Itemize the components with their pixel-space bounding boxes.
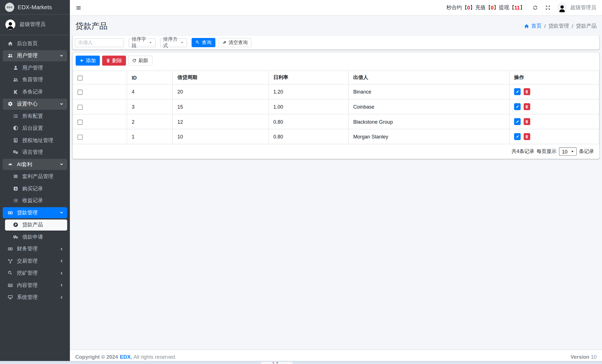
page-title: 贷款产品 bbox=[75, 21, 107, 31]
sidebar-item-loan-management[interactable]: 贷款管理 bbox=[3, 207, 67, 218]
sidebar-item-loan-products[interactable]: 贷款产品 bbox=[5, 219, 67, 230]
sidebar-item-auth-address-management[interactable]: 授权地址管理 bbox=[5, 135, 67, 146]
table-row: 2 12 0.80 Blackstone Group bbox=[73, 114, 599, 129]
row-checkbox[interactable] bbox=[78, 105, 83, 110]
stat-value: 11 bbox=[514, 5, 520, 11]
sidebar-item-fry-management[interactable]: 鱼苗管理 bbox=[5, 74, 67, 85]
sidebar-item-language-management[interactable]: A文 语言管理 bbox=[5, 147, 67, 158]
sidebar-item-kill-fish-records[interactable]: 杀鱼记录 bbox=[5, 86, 67, 97]
refresh-icon[interactable] bbox=[532, 5, 538, 10]
edit-row-button[interactable] bbox=[514, 103, 520, 110]
sidebar-item-label: 挖矿管理 bbox=[17, 270, 59, 277]
home-icon bbox=[524, 24, 529, 29]
sidebar-item-user-management[interactable]: 用户管理 bbox=[3, 50, 67, 61]
sidebar-item-settings-center[interactable]: 设置中心 bbox=[3, 99, 67, 110]
cell-period: 15 bbox=[173, 99, 269, 114]
sidebar-item-all-configs[interactable]: 所有配置 bbox=[5, 111, 67, 122]
navbar-user-name[interactable]: 超级管理员 bbox=[570, 4, 596, 11]
user-avatar-icon[interactable] bbox=[5, 20, 15, 30]
sidebar-item-ai-arbitrage[interactable]: AI套利 bbox=[3, 159, 67, 170]
sidebar-item-content-management[interactable]: 内容管理 bbox=[3, 280, 67, 291]
android-icon bbox=[6, 162, 14, 167]
sidebar-item-system-management[interactable]: 系统管理 bbox=[3, 292, 67, 303]
column-header-id: ID bbox=[127, 71, 173, 84]
delete-row-button[interactable] bbox=[524, 118, 530, 125]
cell-lender: Coinbase bbox=[348, 99, 509, 114]
lender-search-input[interactable] bbox=[75, 38, 124, 47]
edit-row-button[interactable] bbox=[514, 118, 520, 125]
table-row: 1 10 0.80 Morgan Stanley bbox=[73, 129, 599, 144]
sidebar-item-backend-settings[interactable]: 后台设置 bbox=[5, 123, 67, 134]
sidebar-item-backend-home[interactable]: 后台首页 bbox=[3, 38, 67, 49]
add-button[interactable]: 添加 bbox=[76, 56, 100, 66]
sidebar-item-arbitrage-products[interactable]: 套利产品管理 bbox=[5, 171, 67, 182]
sidebar-item-mining-management[interactable]: 挖矿管理 bbox=[3, 268, 67, 279]
clear-search-button[interactable]: 清空查询 bbox=[218, 38, 251, 47]
content-header: 贷款产品 首页 / 贷款管理 / 贷款产品 bbox=[70, 16, 602, 35]
address-book-icon bbox=[11, 138, 20, 143]
brand[interactable]: EDX EDX-Markets bbox=[0, 0, 70, 15]
desktop-icon bbox=[6, 295, 14, 300]
trash-icon bbox=[525, 90, 529, 94]
navbar-avatar-icon[interactable] bbox=[557, 3, 567, 13]
sidebar-item-label: 后台首页 bbox=[17, 40, 64, 47]
sort-field-select[interactable]: 排序字段 bbox=[129, 38, 155, 47]
chevron-left-icon bbox=[59, 247, 63, 251]
sidebar-item-label: 所有配置 bbox=[22, 112, 64, 119]
edit-row-button[interactable] bbox=[514, 88, 520, 95]
sidebar-item-trade-management[interactable]: 交易管理 bbox=[3, 255, 67, 267]
sidebar-item-profit-records[interactable]: 收益记录 bbox=[5, 195, 67, 206]
horizontal-scrollbar[interactable] bbox=[0, 361, 602, 364]
home-icon bbox=[6, 41, 14, 46]
column-header-actions: 操作 bbox=[509, 71, 599, 84]
menu-toggle-icon[interactable] bbox=[76, 5, 82, 11]
row-checkbox[interactable] bbox=[78, 90, 83, 95]
pencil-icon bbox=[515, 105, 519, 109]
row-checkbox[interactable] bbox=[78, 135, 83, 140]
sidebar-item-loan-applications[interactable]: 借款申请 bbox=[5, 231, 67, 243]
trash-icon bbox=[525, 120, 529, 124]
per-page-select[interactable]: 10 bbox=[559, 147, 577, 156]
sidebar-item-user-management-sub[interactable]: 用户管理 bbox=[5, 62, 67, 73]
pencil-icon bbox=[515, 135, 519, 138]
column-header-daily-rate: 日利率 bbox=[268, 71, 348, 84]
caret-down-icon bbox=[149, 41, 153, 45]
sidebar: EDX EDX-Markets 超级管理员 后台首页 用户管理 用户管理 bbox=[0, 0, 70, 364]
delete-row-button[interactable] bbox=[524, 103, 530, 110]
copyright-text: Copyright © 2024 bbox=[75, 354, 118, 360]
edit-row-button[interactable] bbox=[514, 133, 520, 140]
cell-id: 2 bbox=[127, 114, 173, 129]
clear-button-label: 清空查询 bbox=[229, 39, 248, 46]
breadcrumb-home-link[interactable]: 首页 bbox=[531, 23, 541, 30]
loan-products-table: ID 借贷周期 日利率 出借人 操作 4 20 1.20 bbox=[73, 71, 599, 144]
fullscreen-icon[interactable] bbox=[545, 5, 550, 10]
refresh-button[interactable]: 刷新 bbox=[128, 56, 152, 66]
row-checkbox[interactable] bbox=[78, 119, 83, 124]
search-button[interactable]: 查询 bbox=[192, 38, 215, 47]
sort-order-select[interactable]: 排序方式 bbox=[160, 38, 187, 47]
total-records-text: 共4条记录 bbox=[511, 148, 534, 155]
sidebar-item-finance-management[interactable]: 财务管理 bbox=[3, 243, 67, 255]
app-root: EDX EDX-Markets 超级管理员 后台首页 用户管理 用户管理 bbox=[0, 0, 602, 364]
newspaper-icon bbox=[6, 283, 14, 288]
cell-daily-rate: 0.80 bbox=[268, 129, 348, 144]
sidebar-user-name[interactable]: 超级管理员 bbox=[20, 21, 46, 28]
column-header-lender: 出借人 bbox=[348, 71, 509, 84]
delete-row-button[interactable] bbox=[524, 133, 530, 140]
search-icon bbox=[196, 40, 200, 45]
a-square-icon: A bbox=[11, 186, 20, 191]
select-all-checkbox[interactable] bbox=[78, 75, 83, 80]
sidebar-item-label: 收益记录 bbox=[22, 197, 64, 204]
stat-label: 提现 bbox=[499, 4, 509, 11]
sidebar-item-purchase-records[interactable]: A 购买记录 bbox=[5, 183, 67, 194]
delete-row-button[interactable] bbox=[524, 88, 530, 95]
trash-icon bbox=[525, 135, 529, 138]
adjust-icon bbox=[11, 126, 20, 131]
ambulance-icon bbox=[11, 234, 20, 240]
footer-brand-link[interactable]: EDX. bbox=[120, 354, 132, 360]
sidebar-item-label: 购买记录 bbox=[22, 185, 64, 192]
delete-button[interactable]: 删除 bbox=[102, 56, 126, 66]
stat-label: 秒合约 bbox=[446, 4, 462, 11]
bracket: 【 bbox=[462, 4, 467, 11]
scrollbar-thumb[interactable] bbox=[261, 362, 293, 364]
